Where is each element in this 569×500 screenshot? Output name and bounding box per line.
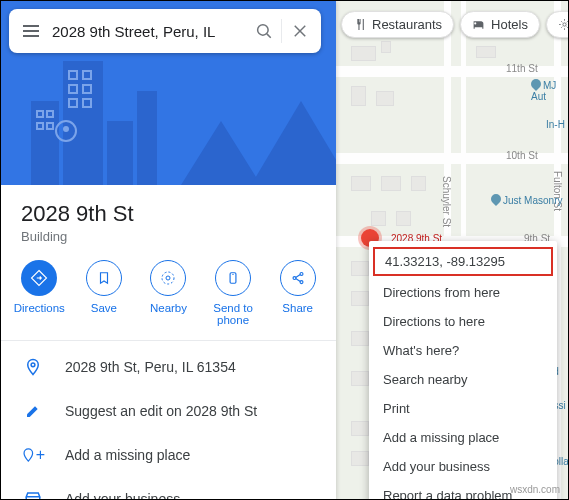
address-item[interactable]: 2028 9th St, Peru, IL 61354 [1,345,336,389]
nearby-icon [150,260,186,296]
send-to-phone-button[interactable]: Send to phone [201,260,266,326]
add-place-icon: + [21,443,45,467]
place-title: 2028 9th St [21,201,316,227]
svg-point-24 [162,272,174,284]
poi[interactable]: Just Masonry [491,194,562,206]
svg-point-18 [63,126,69,132]
search-bar [9,9,321,53]
context-menu: 41.33213, -89.13295 Directions from here… [369,241,557,500]
print-item[interactable]: Print [369,394,557,423]
pencil-icon [21,399,45,423]
hotel-icon [472,18,485,31]
coordinates-item[interactable]: 41.33213, -89.13295 [373,247,553,276]
directions-to-item[interactable]: Directions to here [369,307,557,336]
restaurant-icon [353,18,366,31]
add-place-item[interactable]: + Add a missing place [1,433,336,477]
svg-rect-3 [107,121,133,185]
svg-line-30 [295,279,300,282]
svg-point-32 [563,23,566,26]
street-label: 10th St [506,150,538,161]
info-list: 2028 9th St, Peru, IL 61354 Suggest an e… [1,341,336,500]
search-nearby-item[interactable]: Search nearby [369,365,557,394]
street-label: 11th St [506,63,538,74]
svg-line-29 [295,275,300,278]
directions-from-item[interactable]: Directions from here [369,278,557,307]
search-input[interactable] [48,23,246,40]
attractions-icon [558,18,569,31]
place-type: Building [21,229,316,244]
svg-point-31 [31,363,35,367]
clear-button[interactable] [282,13,317,49]
share-button[interactable]: Share [265,260,330,326]
watermark: wsxdn.com [510,484,560,495]
nearby-button[interactable]: Nearby [136,260,201,326]
bookmark-icon [86,260,122,296]
search-button[interactable] [246,13,281,49]
svg-rect-1 [31,101,59,185]
poi[interactable]: MJ Aut [531,79,568,102]
actions-row: Directions Save Nearby Send to phone Sha… [1,252,336,341]
poi[interactable]: In-H [546,119,565,130]
add-business-item[interactable]: Add your business [1,477,336,500]
place-header: 2028 9th St Building [1,185,336,252]
directions-button[interactable]: Directions [7,260,72,326]
hotels-chip[interactable]: Hotels [460,11,540,38]
menu-button[interactable] [13,13,48,49]
side-panel: 2028 9th St Building Directions Save Nea… [1,1,336,500]
category-chips: Restaurants Hotels Attractions [341,11,569,38]
add-missing-place-item[interactable]: Add a missing place [369,423,557,452]
share-icon [280,260,316,296]
add-business-item[interactable]: Add your business [369,452,557,481]
street-label: Schuyler St [441,176,452,227]
svg-point-19 [257,25,268,36]
whats-here-item[interactable]: What's here? [369,336,557,365]
svg-line-20 [266,34,270,38]
attractions-chip[interactable]: Attractions [546,11,569,38]
directions-icon [21,260,57,296]
svg-point-23 [166,276,170,280]
storefront-icon [21,487,45,500]
location-icon [21,355,45,379]
save-button[interactable]: Save [72,260,137,326]
svg-rect-4 [137,91,157,185]
restaurants-chip[interactable]: Restaurants [341,11,454,38]
phone-icon [215,260,251,296]
suggest-edit-item[interactable]: Suggest an edit on 2028 9th St [1,389,336,433]
